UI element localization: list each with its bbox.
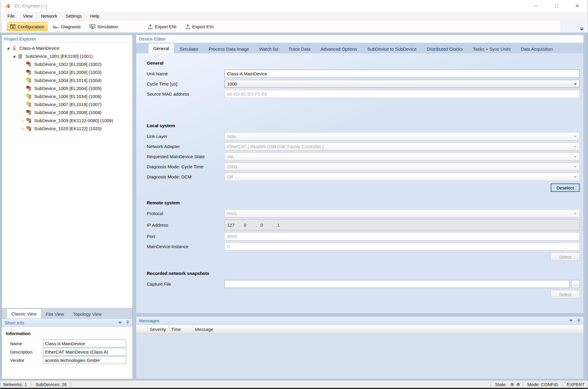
chevron-down-icon[interactable]	[569, 320, 573, 322]
toolbar-grip[interactable]	[1, 23, 4, 30]
pin-icon[interactable]	[577, 319, 581, 323]
expander-collapsed-icon[interactable]: ▷	[20, 126, 26, 131]
diagnosis-button[interactable]: Diagnosis	[50, 22, 84, 31]
ip-segment: 127	[227, 222, 236, 228]
name-value-field[interactable]: Class-A MainDevice	[43, 340, 126, 347]
tab-tasks-sync-units[interactable]: Tasks + Sync Units	[468, 45, 516, 53]
tree-item-subdevice-1006-el1034-1006[interactable]: SubDevice_1006 [EL1034] (1006)	[2, 92, 132, 100]
expander-collapsed-icon[interactable]: ▷	[20, 118, 26, 123]
messages-header[interactable]: Messages	[136, 317, 584, 325]
app-window: EC-Engineer [--] – □ ✕ FileViewNetworkSe…	[0, 0, 588, 389]
minimize-button[interactable]: –	[525, 0, 546, 12]
tab-watch-list[interactable]: Watch list	[254, 45, 283, 53]
tab-advanced-options[interactable]: Advanced Options	[316, 45, 362, 53]
dropdown-value: RAS	[227, 211, 236, 216]
tree-item-label: Class-A MainDevice	[19, 46, 59, 51]
ip-separator: .	[253, 222, 261, 228]
export-eni-button[interactable]: Export ENI	[145, 22, 180, 31]
form-row-protocol: ProtocolRAS	[147, 209, 580, 217]
tab-distributed-clocks[interactable]: Distributed Clocks	[422, 45, 468, 53]
expander-expanded-icon[interactable]: ◢	[5, 46, 11, 50]
field-label-network-adapter: Network Adapter	[147, 144, 224, 149]
info-label-vendor: Vendor	[6, 358, 43, 363]
tree-item-label: SubDevice_1003 [EL2008] (1003)	[34, 70, 102, 75]
short-info-header[interactable]: Short Info	[2, 318, 132, 327]
tab-trace-data[interactable]: Trace Data	[283, 45, 316, 53]
vendor-value-field[interactable]: acontis technologies GmbH	[43, 356, 126, 364]
configuration-button[interactable]: Configuration	[7, 22, 47, 31]
tree-item-subdevice-1002-el2008-1002[interactable]: SubDevice_1002 [EL2008] (1002)	[2, 60, 132, 68]
port-input: 6000	[224, 232, 580, 240]
column-header-time[interactable]: Time	[169, 325, 193, 334]
menu-item-settings[interactable]: Settings	[61, 12, 86, 20]
device-editor-content: GeneralUnit NameClass-A MainDeviceCycle …	[136, 53, 584, 313]
cycle-time-us-dropdown[interactable]: 1000	[224, 80, 580, 88]
status-state-label: State:	[494, 382, 508, 387]
tree-item-subdevice-1007-el1018-1007[interactable]: SubDevice_1007 [EL1018] (1007)	[2, 100, 132, 108]
window-title: EC-Engineer [--]	[15, 3, 47, 8]
column-header-message[interactable]: Message	[193, 325, 584, 334]
yellow-device-icon	[26, 78, 32, 83]
diagnosis-mode-cycle-time-dropdown: 2000	[224, 163, 580, 171]
red-device-icon	[26, 70, 32, 75]
section-heading-local: Local system	[147, 123, 580, 128]
tree-item-class-a-maindevice[interactable]: ◢Class-A MainDevice	[2, 44, 132, 52]
tree-item-subdevice-1009-ek1122-0080-1009[interactable]: ▷SubDevice_1009 [EK1122-0080] (1009)	[2, 116, 132, 125]
export-eni-label: Export ENI	[155, 24, 177, 29]
tree-item-subdevice-1003-el2008-1003[interactable]: SubDevice_1003 [EL2008] (1003)	[2, 68, 132, 76]
orange-device-icon	[26, 126, 32, 131]
info-label-description: Description	[6, 349, 43, 354]
tree-item-label: SubDevice_1008 [EL2008] (1008)	[34, 110, 102, 115]
status-separator	[523, 382, 523, 387]
tab-process-data-image[interactable]: Process Data Image	[204, 45, 254, 53]
orange-device-icon	[26, 118, 32, 123]
menu-item-help[interactable]: Help	[86, 12, 104, 20]
tree-item-subdevice-1008-el2008-1008[interactable]: SubDevice_1008 [EL2008] (1008)	[2, 108, 132, 116]
tree-item-subdevice-1004-el1014-1004[interactable]: SubDevice_1004 [EL1014] (1004)	[2, 76, 132, 84]
form-row-source-mac-address: Source MAC address60-6D-3C-E3-F2-E8	[147, 90, 580, 98]
tab-data-acquisition[interactable]: Data Acquisition	[516, 45, 558, 53]
pin-icon[interactable]	[126, 320, 130, 325]
tab-simulator[interactable]: Simulator	[174, 45, 203, 53]
column-header-severity[interactable]: Severity	[147, 325, 169, 334]
ip-separator: .	[236, 222, 244, 228]
chevron-down-icon[interactable]	[118, 322, 122, 324]
app-logo-icon	[4, 3, 11, 9]
menu-item-network[interactable]: Network	[37, 12, 61, 20]
field-label-maindevice-instance: MainDevice-Instance	[147, 244, 224, 249]
tree-item-subdevice-1005-el2004-1005[interactable]: SubDevice_1005 [EL2004] (1005)	[2, 84, 132, 92]
ip-separator: .	[269, 222, 277, 228]
form-row-link-layer: Link LayerNdis	[147, 132, 580, 140]
description-value-field[interactable]: EtherCAT MainDevice (Class A)	[43, 348, 126, 356]
maindevice-instance-input: 0	[224, 242, 580, 250]
browse-button[interactable]: ...	[571, 280, 580, 288]
yellow-device-icon	[26, 94, 32, 99]
configuration-label: Configuration	[18, 24, 44, 29]
field-label-diagnosis-mode-dcm: Diagnosis Mode: DCM	[147, 174, 224, 179]
simulation-button[interactable]: Simulation	[86, 22, 121, 31]
deselect-button[interactable]: Deselect	[551, 183, 580, 192]
capture-file-input[interactable]	[224, 280, 570, 288]
tab-general[interactable]: General	[148, 43, 174, 53]
toolbar-overflow-button[interactable]	[560, 21, 587, 32]
tree-item-subdevice-1020-ek1122-1020[interactable]: ▷SubDevice_1020 [EK1122] (1020)	[2, 125, 132, 133]
menu-item-view[interactable]: View	[19, 12, 37, 20]
tab-subdevice-to-subdevice[interactable]: SubDevice to SubDevice	[362, 45, 422, 53]
export-exi-button[interactable]: Export EXI	[182, 22, 217, 31]
view-tab-flat-view[interactable]: Flat View	[41, 310, 68, 318]
column-header-blank[interactable]	[136, 325, 147, 334]
configuration-icon	[10, 24, 15, 29]
view-tab-topology-view[interactable]: Topology View	[68, 310, 106, 318]
dropdown-arrow-icon	[574, 156, 577, 158]
menu-item-file[interactable]: File	[3, 12, 19, 20]
maximize-button[interactable]: □	[546, 0, 567, 12]
expander-expanded-icon[interactable]: ◢	[11, 54, 17, 58]
export-exi-label: Export EXI	[192, 24, 214, 29]
tree-item-subdevice-1001-ek1100-1001[interactable]: ◢SubDevice_1001 [EK1100] (1001)	[2, 52, 132, 60]
diagnosis-mode-dcm-dropdown: Off	[224, 173, 580, 181]
close-button[interactable]: ✕	[567, 0, 588, 12]
status-bar: Networks: 1SubDevices: 26 State:Mode: CO…	[0, 380, 588, 389]
view-tab-classic-view[interactable]: Classic View	[7, 309, 41, 318]
view-tabs-bar: Classic ViewFlat ViewTopology View	[2, 308, 132, 318]
unit-name-input[interactable]: Class-A MainDevice	[224, 70, 580, 78]
